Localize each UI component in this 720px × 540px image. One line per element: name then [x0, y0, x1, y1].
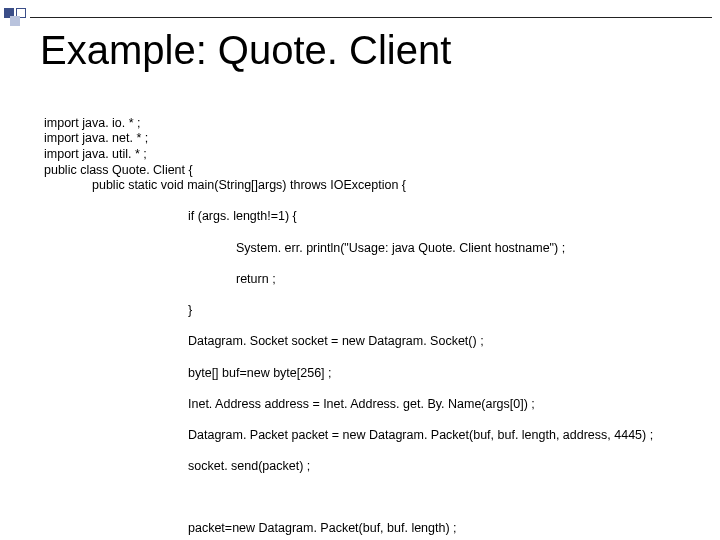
- header-decoration: [0, 6, 720, 24]
- slide-title: Example: Quote. Client: [40, 28, 700, 73]
- code-line: Datagram. Socket socket = new Datagram. …: [44, 334, 700, 350]
- code-line: import java. io. * ;: [44, 116, 141, 130]
- header-rule: [30, 17, 712, 18]
- blank-line: [44, 491, 700, 506]
- code-line: byte[] buf=new byte[256] ;: [44, 366, 700, 382]
- code-line: System. err. println("Usage: java Quote.…: [44, 241, 700, 257]
- code-line: import java. net. * ;: [44, 131, 148, 145]
- deco-square-light: [10, 16, 20, 26]
- code-line: packet=new Datagram. Packet(buf, buf. le…: [44, 521, 700, 537]
- code-line: if (args. length!=1) {: [44, 209, 700, 225]
- code-line: }: [44, 303, 700, 319]
- code-listing: import java. io. * ; import java. net. *…: [44, 100, 700, 540]
- code-line: socket. send(packet) ;: [44, 459, 700, 475]
- code-line: import java. util. * ;: [44, 147, 147, 161]
- code-line: return ;: [44, 272, 700, 288]
- code-line: Datagram. Packet packet = new Datagram. …: [44, 428, 700, 444]
- code-line: public class Quote. Client {: [44, 163, 193, 177]
- code-line: public static void main(String[]args) th…: [44, 178, 700, 194]
- code-line: Inet. Address address = Inet. Address. g…: [44, 397, 700, 413]
